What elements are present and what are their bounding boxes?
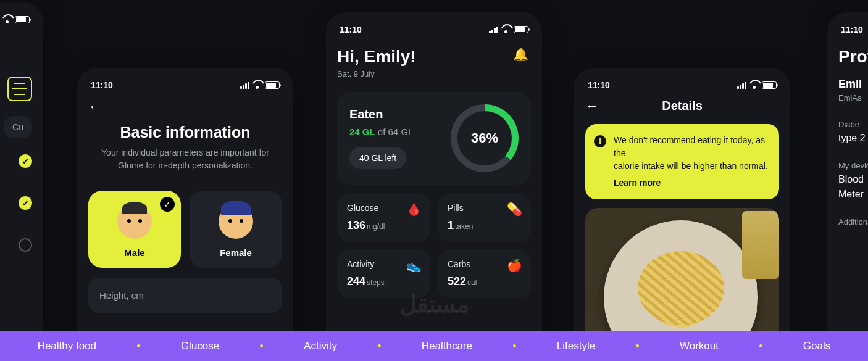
dot-icon: •	[260, 340, 264, 353]
info-icon: i	[594, 135, 606, 147]
page-title: Details	[585, 99, 779, 113]
list-check-icon[interactable]: ✓	[19, 154, 32, 168]
wifi-icon	[2, 17, 12, 23]
input-label: Height, cm	[99, 290, 144, 301]
pill-icon: 💊	[507, 202, 522, 217]
phone-partial-left: 11:10 ipes Cu ✓ ✓	[0, 2, 43, 331]
back-button[interactable]: ←	[88, 99, 282, 115]
stat-activity[interactable]: 👟 Activity 244steps	[337, 249, 430, 298]
status-bar: 11:10	[88, 79, 282, 99]
gender-option-female[interactable]: Female	[190, 191, 282, 268]
back-button[interactable]: ←	[585, 98, 599, 114]
status-time: 11:10	[340, 25, 362, 35]
food-image	[585, 208, 779, 331]
status-bar: 11:10	[337, 23, 531, 43]
eaten-card[interactable]: Eaten 24 GL of 64 GL 40 GL left 36%	[337, 92, 531, 185]
dot-icon: •	[759, 340, 762, 353]
status-icons	[489, 26, 528, 33]
warning-text: We don't recommend eating it today, as t…	[614, 135, 768, 171]
tab-custom[interactable]: Cu	[4, 116, 32, 138]
diabetes-value: type 2	[838, 133, 868, 144]
status-icons	[240, 81, 280, 89]
category-bar: Healthy food • Glucose • Activity • Heal…	[0, 331, 868, 361]
device-value-1: Blood	[838, 174, 868, 185]
learn-more-link[interactable]: Learn more	[614, 176, 769, 189]
gender-label: Male	[88, 247, 181, 258]
phone-dashboard: 11:10 Hi, Emily! Sat, 9 July 🔔 Eaten 24 …	[326, 12, 542, 331]
bar-item-goals[interactable]: Goals	[803, 340, 830, 352]
stat-value: 136mg/dl	[347, 219, 420, 232]
signal-icon	[737, 82, 746, 89]
status-bar: 11:10	[0, 14, 32, 33]
phone-basic-info: 11:10 ← Basic information Your individua…	[77, 68, 293, 331]
bar-item-glucose[interactable]: Glucose	[181, 340, 219, 352]
avatar-male-icon	[117, 204, 152, 239]
progress-ring: 36%	[451, 104, 519, 172]
warning-banner: i We don't recommend eating it today, as…	[585, 124, 779, 199]
dot-icon: •	[512, 340, 516, 353]
bar-item-healthy-food[interactable]: Healthy food	[38, 340, 96, 352]
stat-value: 522cal	[448, 275, 521, 288]
gender-option-male[interactable]: ✓ Male	[88, 191, 181, 268]
barcode-scan-icon[interactable]	[7, 77, 32, 101]
status-bar: 11:10	[838, 23, 868, 43]
gender-label: Female	[190, 247, 282, 258]
device-value-2: Meter	[838, 189, 868, 200]
check-icon: ✓	[160, 197, 175, 212]
profile-handle: EmiAs	[838, 93, 868, 102]
signal-icon	[489, 27, 498, 33]
additional-label: Additiona	[838, 217, 868, 226]
status-time: 11:10	[91, 80, 113, 90]
progress-percent: 36%	[471, 130, 498, 146]
gl-left-pill: 40 GL left	[349, 147, 406, 169]
wifi-icon	[501, 27, 511, 33]
stat-glucose[interactable]: 🩸 Glucose 136mg/dl	[337, 193, 430, 242]
dot-icon: •	[377, 340, 381, 353]
bar-item-activity[interactable]: Activity	[304, 340, 337, 352]
battery-icon	[265, 81, 280, 89]
bar-item-workout[interactable]: Workout	[680, 340, 719, 352]
apple-icon: 🍎	[507, 258, 522, 273]
status-bar: 11:10	[585, 79, 779, 99]
diabetes-label: Diabe	[838, 120, 868, 129]
profile-name: Emil	[838, 78, 868, 91]
stat-value: 244steps	[347, 275, 420, 288]
bar-item-lifestyle[interactable]: Lifestyle	[557, 340, 595, 352]
greeting-title: Hi, Emily!	[337, 47, 531, 67]
battery-icon	[15, 16, 30, 23]
status-icons	[737, 81, 777, 89]
dot-icon: •	[136, 340, 140, 353]
status-icons	[0, 16, 30, 23]
stat-value: 1taken	[448, 219, 521, 232]
wifi-icon	[252, 82, 262, 89]
phone-profile: 11:10 Prof Emil EmiAs Diabe type 2 My de…	[827, 12, 868, 331]
height-input[interactable]: Height, cm	[88, 278, 282, 313]
list-uncheck-icon[interactable]	[19, 238, 32, 252]
signal-icon	[240, 82, 249, 89]
phone-details: 11:10 ← Details i We don't recommend eat…	[574, 68, 790, 331]
stat-carbs[interactable]: 🍎 Carbs 522cal	[438, 249, 531, 298]
wifi-icon	[749, 82, 759, 89]
bell-icon[interactable]: 🔔	[513, 47, 528, 62]
status-time: 11:10	[588, 80, 610, 90]
page-title: Basic information	[88, 123, 282, 141]
eaten-title: Eaten	[349, 107, 413, 122]
page-subtitle: Your individual parameters are important…	[88, 146, 282, 172]
bar-item-healthcare[interactable]: Healthcare	[422, 340, 472, 352]
battery-icon	[762, 81, 777, 89]
gl-progress: 24 GL of 64 GL	[349, 127, 413, 137]
device-label: My device	[838, 161, 868, 170]
blood-drop-icon: 🩸	[406, 202, 422, 217]
avatar-female-icon	[219, 204, 253, 239]
current-date: Sat, 9 July	[337, 69, 531, 78]
battery-icon	[514, 26, 528, 33]
shoe-icon: 👟	[406, 258, 422, 273]
dot-icon: •	[635, 340, 639, 353]
page-title: Prof	[838, 47, 868, 67]
list-check-icon[interactable]: ✓	[19, 196, 32, 210]
stat-pills[interactable]: 💊 Pills 1taken	[438, 193, 531, 242]
status-time: 11:10	[841, 25, 863, 35]
